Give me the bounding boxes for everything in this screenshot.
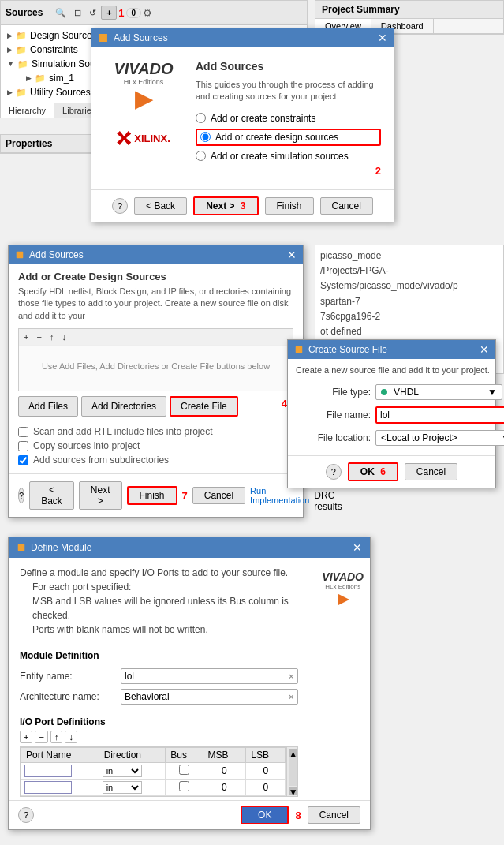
add-sources-title: Add Sources xyxy=(114,32,168,43)
subdirs-checkbox[interactable] xyxy=(18,455,28,465)
radio-design-sources[interactable] xyxy=(200,132,211,142)
sources-refresh-btn[interactable]: ↺ xyxy=(86,6,99,20)
chevron-icon: ▶ xyxy=(7,32,13,39)
checkbox-rtl[interactable]: Scan and add RTL include files into proj… xyxy=(18,424,293,439)
tab-hierarchy[interactable]: Hierarchy xyxy=(1,103,54,118)
cancel3-btn[interactable]: Cancel xyxy=(405,463,457,480)
col-lsb: LSB xyxy=(246,748,286,763)
folder-icon: 📁 xyxy=(17,59,28,69)
ok-btn[interactable]: OK 6 xyxy=(348,462,398,481)
finish2-btn[interactable]: Finish xyxy=(127,486,177,505)
entity-clear-icon[interactable]: ✕ xyxy=(288,672,294,681)
sources-search-btn[interactable]: 🔍 xyxy=(52,6,69,20)
port-add-btn[interactable]: + xyxy=(20,731,32,743)
cancel-btn[interactable]: Cancel xyxy=(320,197,373,215)
run-impl-link[interactable]: Run Implementation xyxy=(250,486,309,505)
file-up-btn[interactable]: ↑ xyxy=(47,331,58,343)
add-design-close-btn[interactable]: ✕ xyxy=(287,249,297,261)
direction-select-2[interactable]: in out inout xyxy=(103,781,142,794)
col-direction: Direction xyxy=(99,748,166,763)
step6-label: 6 xyxy=(380,466,386,477)
next-btn-label: Next > xyxy=(206,200,234,211)
port-down-btn[interactable]: ↓ xyxy=(65,731,77,743)
info-line-5: ot defined xyxy=(320,324,498,339)
lsb-cell: 0 xyxy=(246,763,286,780)
copy-checkbox[interactable] xyxy=(18,441,28,451)
help-btn[interactable]: ? xyxy=(112,198,128,214)
add-sources-content: Add Sources This guides you through the … xyxy=(196,60,381,177)
file-name-row: File name: ✕ xyxy=(296,403,504,427)
file-down-btn[interactable]: ↓ xyxy=(58,331,69,343)
checkbox-copy[interactable]: Copy sources into project xyxy=(18,439,293,453)
add-dirs-btn[interactable]: Add Directories xyxy=(81,396,166,417)
port-name-input-2[interactable] xyxy=(24,781,72,794)
tree-item-label: Utility Sources xyxy=(30,87,91,98)
tree-item-label: sim_1 xyxy=(49,73,74,84)
tree-item-label: Constraints xyxy=(30,44,78,55)
arch-clear-icon[interactable]: ✕ xyxy=(288,693,294,701)
help3-btn[interactable]: ? xyxy=(326,464,342,480)
port-up-btn[interactable]: ↑ xyxy=(50,731,63,743)
add-files-btn[interactable]: Add Files xyxy=(18,396,78,417)
file-type-select[interactable]: VHDL ▼ xyxy=(375,384,502,400)
port-remove-btn[interactable]: − xyxy=(35,731,47,743)
scroll-down[interactable]: ▼ xyxy=(289,787,297,795)
port-name-input-1[interactable] xyxy=(24,765,72,777)
option-design-sources[interactable]: Add or create design sources xyxy=(196,129,381,146)
sources-collapse-btn[interactable]: ⊟ xyxy=(71,6,84,20)
scroll-up[interactable]: ▲ xyxy=(289,749,297,757)
cancel2-btn[interactable]: Cancel xyxy=(192,487,245,504)
define-ok-btn[interactable]: OK xyxy=(241,806,289,824)
io-toolbar: + − ↑ ↓ xyxy=(20,731,298,743)
define-module-close-btn[interactable]: ✕ xyxy=(353,541,362,554)
file-name-input[interactable] xyxy=(377,408,502,422)
next2-btn[interactable]: Next > xyxy=(79,481,122,510)
entity-label: Entity name: xyxy=(20,671,114,682)
file-location-label: File location: xyxy=(304,432,371,443)
create-source-close-btn[interactable]: ✕ xyxy=(480,343,489,356)
next-btn[interactable]: Next > 3 xyxy=(193,196,258,215)
direction-select-1[interactable]: in out inout xyxy=(103,765,142,777)
radio-constraints[interactable] xyxy=(196,113,206,123)
back-btn[interactable]: < Back xyxy=(134,197,187,215)
chevron-icon: ▶ xyxy=(26,74,32,82)
step1-label: 1 xyxy=(118,7,124,19)
file-list-toolbar: + − ↑ ↓ xyxy=(19,329,293,346)
radio-simulation[interactable] xyxy=(196,151,206,161)
create-source-dialog: Create Source File ✕ Create a new source… xyxy=(287,339,496,488)
define-module-body: Define a module and specify I/O Ports to… xyxy=(9,558,370,800)
arch-label: Architecture name: xyxy=(20,691,114,702)
help4-btn[interactable]: ? xyxy=(18,807,34,823)
file-location-select[interactable]: <Local to Project> ▼ xyxy=(375,430,504,446)
bus-checkbox-1[interactable] xyxy=(179,765,189,775)
rtl-checkbox[interactable] xyxy=(18,427,28,437)
sources-settings-btn[interactable]: ⚙ xyxy=(143,7,152,19)
add-sources-close-btn[interactable]: ✕ xyxy=(378,32,387,44)
arch-input[interactable] xyxy=(125,691,288,702)
file-remove-btn[interactable]: − xyxy=(33,331,44,343)
sources-add-btn[interactable]: + xyxy=(101,6,117,20)
bus-checkbox-2[interactable] xyxy=(179,781,189,791)
create-file-btn[interactable]: Create File xyxy=(170,396,238,417)
add-design-title: Add or Create Design Sources xyxy=(9,264,303,286)
location-dropdown-icon: ▼ xyxy=(501,432,504,443)
port-table: Port Name Direction Bus MSB LSB xyxy=(21,747,297,796)
finish-btn[interactable]: Finish xyxy=(265,197,314,215)
scroll-thumb[interactable] xyxy=(289,757,297,786)
checkbox-subdirs[interactable]: Add sources from subdirectories xyxy=(18,453,293,467)
bus-cell xyxy=(166,780,203,796)
help2-btn[interactable]: ? xyxy=(18,488,24,503)
entity-input[interactable] xyxy=(125,671,288,682)
col-bus: Bus xyxy=(166,748,203,763)
ok-label: OK xyxy=(360,466,375,477)
file-add-btn[interactable]: + xyxy=(21,331,32,343)
option-simulation[interactable]: Add or create simulation sources xyxy=(196,151,381,162)
file-location-row: File location: <Local to Project> ▼ xyxy=(296,427,504,449)
step2-label: 2 xyxy=(196,165,381,177)
back2-btn[interactable]: < Back xyxy=(29,481,74,510)
scrollbar[interactable]: ▲ ▼ xyxy=(286,747,297,796)
option-constraints[interactable]: Add or create constraints xyxy=(196,113,381,124)
define-cancel-btn[interactable]: Cancel xyxy=(308,806,360,824)
step4-label: 4 xyxy=(282,398,287,409)
subdirs-label: Add sources from subdirectories xyxy=(33,454,169,465)
